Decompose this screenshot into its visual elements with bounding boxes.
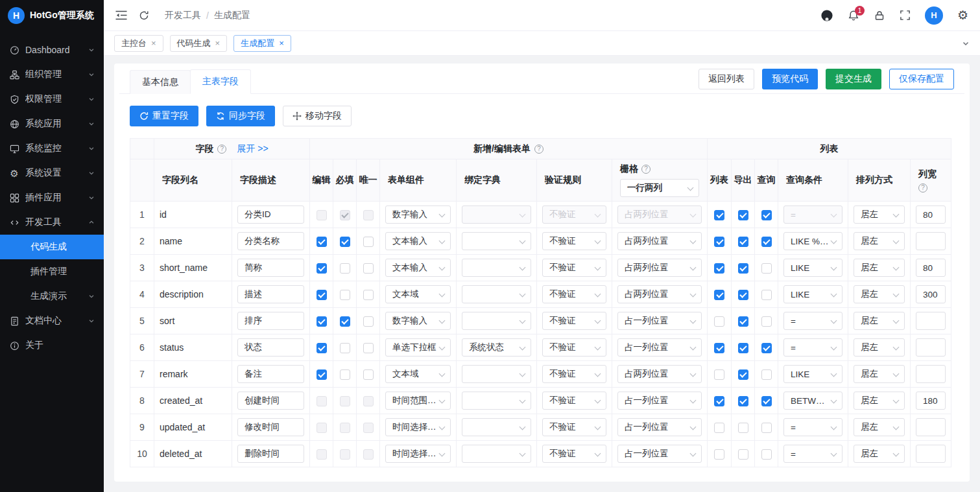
query-condition-select[interactable]: = bbox=[783, 338, 843, 357]
avatar[interactable]: H bbox=[925, 6, 943, 25]
sidebar-item-system-settings[interactable]: ⚙ 系统设置 bbox=[0, 161, 104, 185]
unique-checkbox[interactable] bbox=[363, 343, 374, 353]
sidebar-item-plugin-management[interactable]: 插件管理 bbox=[0, 259, 104, 284]
query-condition-select[interactable]: = bbox=[783, 445, 843, 463]
tab-main-table-fields[interactable]: 主表字段 bbox=[190, 69, 251, 94]
notification-bell-icon[interactable]: 1 bbox=[848, 10, 859, 21]
required-checkbox[interactable] bbox=[340, 316, 350, 327]
form-component-select[interactable]: 单选下拉框 bbox=[385, 338, 451, 357]
align-select[interactable]: 居左 bbox=[854, 445, 905, 463]
bind-dict-select[interactable] bbox=[462, 445, 531, 463]
query-checkbox[interactable] bbox=[761, 316, 772, 327]
align-select[interactable]: 居左 bbox=[854, 365, 905, 383]
close-icon[interactable] bbox=[215, 39, 221, 47]
save-config-only-button[interactable]: 仅保存配置 bbox=[889, 69, 954, 89]
fullscreen-icon[interactable] bbox=[900, 10, 911, 21]
validation-rule-select[interactable]: 不验证 bbox=[542, 312, 606, 330]
edit-checkbox[interactable] bbox=[317, 316, 327, 327]
grid-span-select[interactable]: 占两列位置 bbox=[617, 285, 702, 303]
align-select[interactable]: 居左 bbox=[854, 259, 905, 277]
list-checkbox[interactable] bbox=[714, 316, 724, 327]
column-width-input[interactable] bbox=[916, 392, 946, 410]
tab-generation-config[interactable]: 生成配置 bbox=[233, 35, 291, 52]
list-checkbox[interactable] bbox=[714, 369, 724, 380]
field-desc-input[interactable] bbox=[237, 392, 304, 410]
app-logo[interactable]: H HotGo管理系统 bbox=[0, 0, 104, 31]
sidebar-item-permission[interactable]: 权限管理 bbox=[0, 87, 104, 111]
column-width-input[interactable] bbox=[916, 312, 946, 330]
align-select[interactable]: 居左 bbox=[854, 312, 905, 330]
validation-rule-select[interactable]: 不验证 bbox=[542, 285, 606, 303]
align-select[interactable]: 居左 bbox=[854, 392, 905, 410]
query-condition-select[interactable]: = bbox=[783, 418, 843, 436]
edit-checkbox[interactable] bbox=[317, 290, 327, 300]
list-checkbox[interactable] bbox=[714, 237, 724, 247]
form-component-select[interactable]: 文本输入 bbox=[385, 259, 451, 277]
required-checkbox[interactable] bbox=[340, 369, 350, 380]
refresh-page-icon[interactable] bbox=[139, 10, 149, 21]
sidebar-item-plugin-app[interactable]: 插件应用 bbox=[0, 185, 104, 210]
bind-dict-select[interactable] bbox=[462, 232, 531, 250]
edit-checkbox[interactable] bbox=[317, 237, 327, 247]
submit-generate-button[interactable]: 提交生成 bbox=[826, 69, 881, 89]
form-component-select[interactable]: 文本域 bbox=[385, 365, 451, 383]
query-condition-select[interactable]: = bbox=[783, 312, 843, 330]
breadcrumb-item[interactable]: 开发工具 bbox=[165, 10, 201, 21]
column-width-input[interactable] bbox=[916, 232, 946, 250]
export-checkbox[interactable] bbox=[738, 263, 748, 274]
sidebar-item-dashboard[interactable]: Dashboard bbox=[0, 38, 104, 62]
query-checkbox[interactable] bbox=[761, 449, 772, 460]
query-checkbox[interactable] bbox=[761, 290, 772, 300]
query-condition-select[interactable]: LIKE bbox=[783, 259, 843, 277]
export-checkbox[interactable] bbox=[738, 423, 748, 433]
grid-span-select[interactable]: 占两列位置 bbox=[617, 232, 702, 250]
sidebar-item-generation-demo[interactable]: 生成演示 bbox=[0, 284, 104, 309]
grid-span-select[interactable]: 占一列位置 bbox=[617, 338, 702, 357]
tab-code-generation[interactable]: 代码生成 bbox=[170, 35, 228, 52]
form-component-select[interactable]: 文本输入 bbox=[385, 232, 451, 250]
query-checkbox[interactable] bbox=[761, 210, 772, 220]
unique-checkbox[interactable] bbox=[363, 290, 374, 300]
expand-link[interactable]: 展开 >> bbox=[237, 143, 268, 155]
field-desc-input[interactable] bbox=[237, 312, 304, 330]
unique-checkbox[interactable] bbox=[363, 369, 374, 380]
unique-checkbox[interactable] bbox=[363, 263, 374, 274]
form-component-select[interactable]: 时间选择(Y-... bbox=[385, 445, 451, 463]
list-checkbox[interactable] bbox=[714, 449, 724, 460]
edit-checkbox[interactable] bbox=[317, 263, 327, 274]
validation-rule-select[interactable]: 不验证 bbox=[542, 365, 606, 383]
export-checkbox[interactable] bbox=[738, 449, 748, 460]
reset-fields-button[interactable]: 重置字段 bbox=[130, 106, 198, 126]
field-desc-input[interactable] bbox=[237, 445, 304, 463]
validation-rule-select[interactable]: 不验证 bbox=[542, 232, 606, 250]
settings-gear-icon[interactable]: ⚙ bbox=[957, 9, 968, 21]
query-condition-select[interactable]: LIKE bbox=[783, 285, 843, 303]
query-condition-select[interactable]: BETWEEN bbox=[783, 392, 843, 410]
export-checkbox[interactable] bbox=[738, 369, 748, 380]
query-checkbox[interactable] bbox=[761, 237, 772, 247]
field-desc-input[interactable] bbox=[237, 232, 304, 250]
github-icon[interactable] bbox=[820, 9, 833, 22]
column-width-input[interactable] bbox=[916, 205, 946, 224]
help-icon[interactable] bbox=[918, 183, 927, 193]
validation-rule-select[interactable]: 不验证 bbox=[542, 445, 606, 463]
field-desc-input[interactable] bbox=[237, 285, 304, 303]
help-icon[interactable] bbox=[641, 165, 651, 174]
bind-dict-select[interactable] bbox=[462, 392, 531, 410]
column-width-input[interactable] bbox=[916, 259, 946, 277]
grid-span-select[interactable]: 占一列位置 bbox=[617, 392, 702, 410]
query-checkbox[interactable] bbox=[761, 369, 772, 380]
bind-dict-select[interactable] bbox=[462, 365, 531, 383]
list-checkbox[interactable] bbox=[714, 423, 724, 433]
tabbar-more[interactable] bbox=[955, 40, 970, 47]
export-checkbox[interactable] bbox=[738, 210, 748, 220]
export-checkbox[interactable] bbox=[738, 396, 748, 406]
align-select[interactable]: 居左 bbox=[854, 205, 905, 224]
field-desc-input[interactable] bbox=[237, 365, 304, 383]
sidebar-item-about[interactable]: 关于 bbox=[0, 333, 104, 358]
back-to-list-button[interactable]: 返回列表 bbox=[699, 69, 754, 89]
list-checkbox[interactable] bbox=[714, 396, 724, 406]
form-component-select[interactable]: 数字输入 bbox=[385, 312, 451, 330]
bind-dict-select[interactable] bbox=[462, 312, 531, 330]
unique-checkbox[interactable] bbox=[363, 237, 374, 247]
